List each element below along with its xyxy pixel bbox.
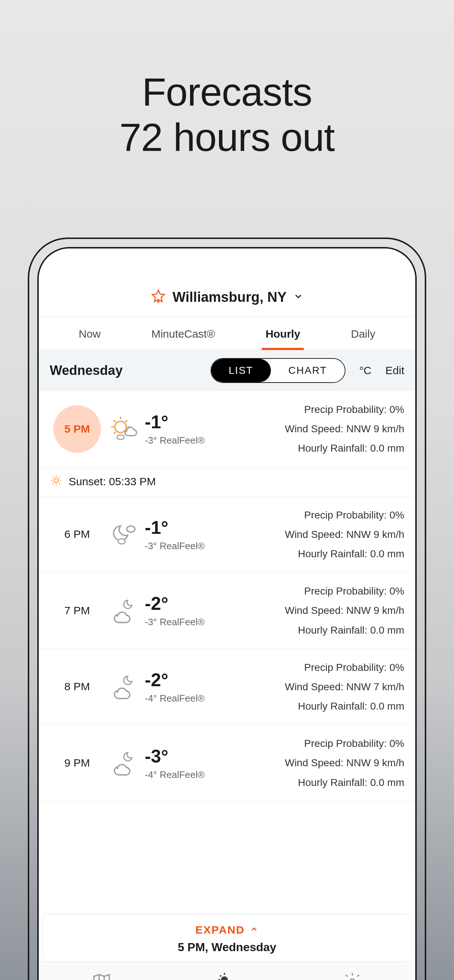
hour-temp: -1° -3° RealFeel® <box>145 411 218 446</box>
hour-details: Precip Probability: 0% Wind Speed: NNW 9… <box>218 505 404 564</box>
list-chart-toggle[interactable]: LIST CHART <box>210 358 346 383</box>
tab-minutecast[interactable]: MinuteCast® <box>148 317 218 350</box>
svg-point-21 <box>127 526 135 532</box>
hour-row[interactable]: 5 PM <box>39 391 415 467</box>
location-bar[interactable]: Williamsburg, NY <box>39 248 415 317</box>
hour-time: 7 PM <box>50 605 105 617</box>
map-icon[interactable] <box>91 971 112 980</box>
realfeel-value: -4° RealFeel® <box>145 693 218 704</box>
expand-button[interactable]: EXPAND <box>196 924 259 936</box>
favorite-star-icon[interactable] <box>151 289 166 305</box>
svg-line-17 <box>53 477 53 477</box>
location-name: Williamsburg, NY <box>172 290 287 305</box>
cloud-moon-icon <box>105 670 145 703</box>
temp-value: -2° <box>145 593 218 614</box>
promo-line-2: 72 hours out <box>0 115 454 160</box>
tab-now[interactable]: Now <box>75 317 104 350</box>
temp-value: -2° <box>145 670 218 690</box>
toggle-list[interactable]: LIST <box>211 359 271 382</box>
hour-time: 6 PM <box>50 528 105 541</box>
hour-time: 5 PM <box>50 423 105 435</box>
hour-details: Precip Probability: 0% Wind Speed: NNW 9… <box>218 734 404 792</box>
hour-time: 8 PM <box>50 680 105 693</box>
svg-line-28 <box>220 975 221 976</box>
hour-details: Precip Probability: 0% Wind Speed: NNW 7… <box>218 658 404 716</box>
hour-details: Precip Probability: 0% Wind Speed: NNW 9… <box>218 400 404 458</box>
toggle-chart[interactable]: CHART <box>271 359 345 382</box>
realfeel-value: -4° RealFeel® <box>145 769 218 781</box>
sunset-row: Sunset: 05:33 PM <box>39 467 415 496</box>
moon-cloud-icon <box>105 518 145 550</box>
sun-cloud-icon <box>105 412 145 445</box>
hour-row[interactable]: 9 PM -3° -4° RealFeel® Precip Probabilit… <box>39 725 415 801</box>
svg-point-11 <box>117 435 124 439</box>
device-frame: Williamsburg, NY Now MinuteCast® Hourly … <box>28 237 426 980</box>
svg-point-2 <box>115 421 126 433</box>
app-screen: Williamsburg, NY Now MinuteCast® Hourly … <box>39 248 415 980</box>
svg-line-7 <box>114 420 116 422</box>
expand-card[interactable]: EXPAND 5 PM, Wednesday <box>43 915 411 961</box>
svg-point-22 <box>118 539 125 544</box>
hour-temp: -2° -3° RealFeel® <box>145 593 218 628</box>
svg-line-10 <box>125 420 127 422</box>
hour-temp: -2° -4° RealFeel® <box>145 670 218 704</box>
promo-title: Forecasts 72 hours out <box>0 69 454 160</box>
tab-daily[interactable]: Daily <box>347 317 379 350</box>
tab-hourly[interactable]: Hourly <box>262 317 304 350</box>
temp-value: -1° <box>145 517 218 538</box>
sunset-icon <box>50 474 63 490</box>
cloud-moon-icon <box>105 746 145 780</box>
temp-value: -3° <box>145 746 218 767</box>
svg-line-18 <box>59 483 60 484</box>
controls-bar: Wednesday LIST CHART °C Edit <box>39 350 415 391</box>
svg-point-25 <box>221 976 228 980</box>
hour-details: Precip Probability: 0% Wind Speed: NNW 9… <box>218 581 404 640</box>
hour-row[interactable]: 8 PM -2° -4° RealFeel® Precip Probabilit… <box>39 649 415 725</box>
hour-temp: -1° -3° RealFeel® <box>145 517 218 552</box>
device-frame-inner: Williamsburg, NY Now MinuteCast® Hourly … <box>37 247 417 980</box>
day-label: Wednesday <box>50 363 123 378</box>
hourly-forecast-list[interactable]: 5 PM <box>39 391 415 911</box>
hour-temp: -3° -4° RealFeel® <box>145 746 218 781</box>
realfeel-value: -3° RealFeel® <box>145 616 218 628</box>
forecast-tabs: Now MinuteCast® Hourly Daily <box>39 317 415 350</box>
weather-icon[interactable] <box>217 971 237 980</box>
expand-subtitle: 5 PM, Wednesday <box>43 940 411 954</box>
hour-time: 9 PM <box>50 757 105 769</box>
realfeel-value: -3° RealFeel® <box>145 435 218 446</box>
unit-toggle[interactable]: °C <box>359 364 372 377</box>
temp-value: -1° <box>145 411 218 433</box>
cloud-moon-icon <box>105 594 145 627</box>
chevron-up-icon <box>250 924 258 936</box>
svg-line-20 <box>59 477 60 477</box>
edit-button[interactable]: Edit <box>385 364 404 377</box>
hour-row[interactable]: 6 PM -1° -3° RealFeel® Precip Probabil <box>39 496 415 573</box>
expand-label: EXPAND <box>196 924 245 936</box>
svg-point-12 <box>54 478 59 483</box>
realfeel-value: -3° RealFeel® <box>145 541 218 552</box>
chevron-down-icon[interactable] <box>293 291 303 303</box>
svg-line-19 <box>53 483 53 484</box>
promo-line-1: Forecasts <box>0 69 454 115</box>
hour-row[interactable]: 7 PM -2° -3° RealFeel® Precip Probabilit… <box>39 573 415 649</box>
sunset-label: Sunset: 05:33 PM <box>69 476 156 488</box>
svg-line-9 <box>114 432 116 434</box>
settings-gear-icon[interactable] <box>342 971 363 980</box>
bottom-nav <box>39 961 415 980</box>
